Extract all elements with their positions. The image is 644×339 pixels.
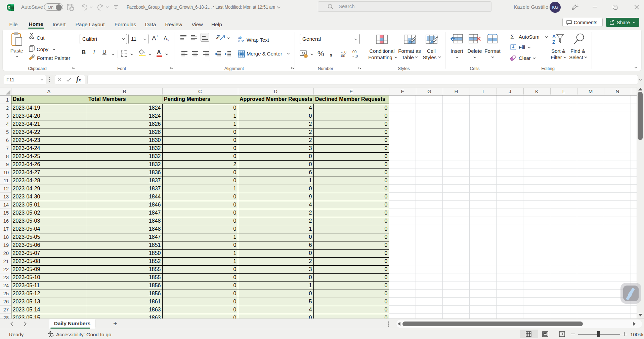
svg-text:A: A [552, 34, 556, 39]
svg-text:.00: .00 [340, 54, 345, 58]
svg-text:X: X [8, 5, 10, 9]
svg-text:.00: .00 [351, 50, 356, 54]
svg-text:ab: ab [238, 36, 242, 39]
svg-text:c: c [238, 39, 240, 43]
svg-text:Z: Z [552, 39, 555, 45]
svg-text:.0: .0 [355, 54, 358, 58]
svg-text:→: → [351, 54, 355, 58]
